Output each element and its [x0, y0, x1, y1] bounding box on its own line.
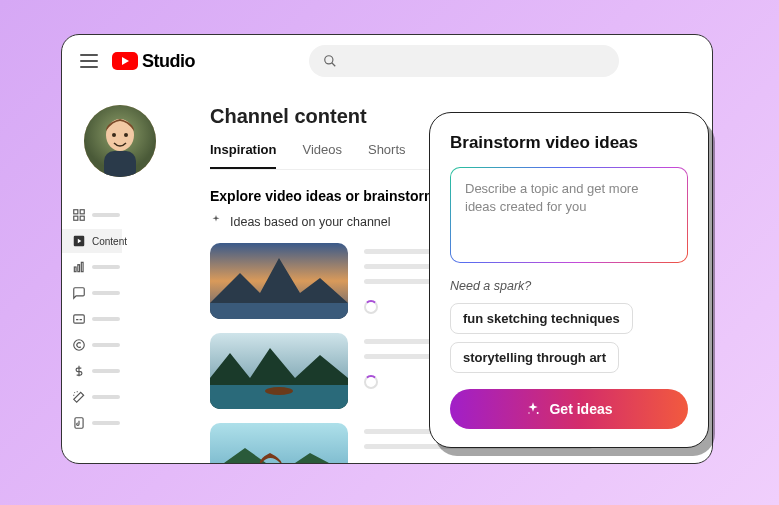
suggestion-chip[interactable]: storytelling through art: [450, 342, 619, 373]
svg-point-19: [112, 133, 116, 137]
audio-library-icon: [72, 416, 86, 430]
svg-rect-22: [210, 303, 348, 319]
svg-rect-8: [78, 265, 80, 272]
card-title: Brainstorm video ideas: [450, 133, 688, 153]
channel-avatar[interactable]: [84, 105, 156, 177]
cta-label: Get ideas: [549, 401, 612, 417]
search-input[interactable]: [309, 45, 619, 77]
search-icon: [323, 54, 337, 68]
sidebar-item-dashboard[interactable]: [62, 203, 122, 227]
suggestion-chips: fun sketching techniques storytelling th…: [450, 303, 688, 373]
idea-thumbnail: [210, 423, 348, 463]
subtitles-icon: [72, 312, 86, 326]
sidebar-item-copyright[interactable]: [62, 333, 122, 357]
get-ideas-button[interactable]: Get ideas: [450, 389, 688, 429]
product-name: Studio: [142, 51, 195, 72]
topic-input[interactable]: Describe a topic and get more ideas crea…: [450, 167, 688, 263]
play-square-icon: [72, 234, 86, 248]
svg-point-13: [74, 340, 85, 351]
svg-point-0: [325, 56, 333, 64]
dashboard-icon: [72, 208, 86, 222]
dollar-icon: [72, 364, 86, 378]
svg-point-29: [529, 412, 530, 413]
tab-inspiration[interactable]: Inspiration: [210, 142, 276, 169]
idea-thumbnail: [210, 243, 348, 319]
svg-rect-4: [74, 216, 78, 220]
youtube-studio-logo[interactable]: Studio: [112, 51, 195, 72]
magic-wand-icon: [72, 390, 86, 404]
svg-rect-3: [80, 210, 84, 214]
svg-rect-7: [74, 267, 76, 272]
svg-rect-10: [74, 315, 85, 323]
topic-placeholder: Describe a topic and get more ideas crea…: [465, 181, 638, 214]
tab-videos[interactable]: Videos: [302, 142, 342, 169]
svg-rect-26: [210, 423, 348, 463]
sidebar-item-audio[interactable]: [62, 411, 122, 435]
loading-spinner-icon: [364, 375, 378, 389]
analytics-icon: [72, 260, 86, 274]
sidebar-item-subtitles[interactable]: [62, 307, 122, 331]
suggestion-chip[interactable]: fun sketching techniques: [450, 303, 633, 334]
sidebar-item-earn[interactable]: [62, 359, 122, 383]
sidebar-item-content[interactable]: Content: [62, 229, 122, 253]
sidebar-item-label: Content: [92, 236, 127, 247]
sparkle-icon: [210, 214, 222, 229]
svg-rect-2: [74, 210, 78, 214]
copyright-icon: [72, 338, 86, 352]
svg-line-1: [332, 63, 336, 67]
svg-rect-5: [80, 216, 84, 220]
spark-hint: Need a spark?: [450, 279, 688, 293]
menu-icon[interactable]: [80, 54, 98, 68]
sparkle-icon: [525, 401, 541, 417]
svg-point-28: [537, 412, 539, 414]
sidebar-item-analytics[interactable]: [62, 255, 122, 279]
svg-point-25: [265, 387, 293, 395]
sidebar-item-customization[interactable]: [62, 385, 122, 409]
tab-shorts[interactable]: Shorts: [368, 142, 406, 169]
svg-point-20: [124, 133, 128, 137]
idea-thumbnail: [210, 333, 348, 409]
brainstorm-card: Brainstorm video ideas Describe a topic …: [429, 112, 709, 448]
svg-rect-9: [81, 262, 83, 271]
comments-icon: [72, 286, 86, 300]
svg-rect-18: [104, 151, 136, 177]
loading-spinner-icon: [364, 300, 378, 314]
sidebar-item-comments[interactable]: [62, 281, 122, 305]
youtube-icon: [112, 52, 138, 70]
app-header: Studio: [62, 35, 712, 87]
